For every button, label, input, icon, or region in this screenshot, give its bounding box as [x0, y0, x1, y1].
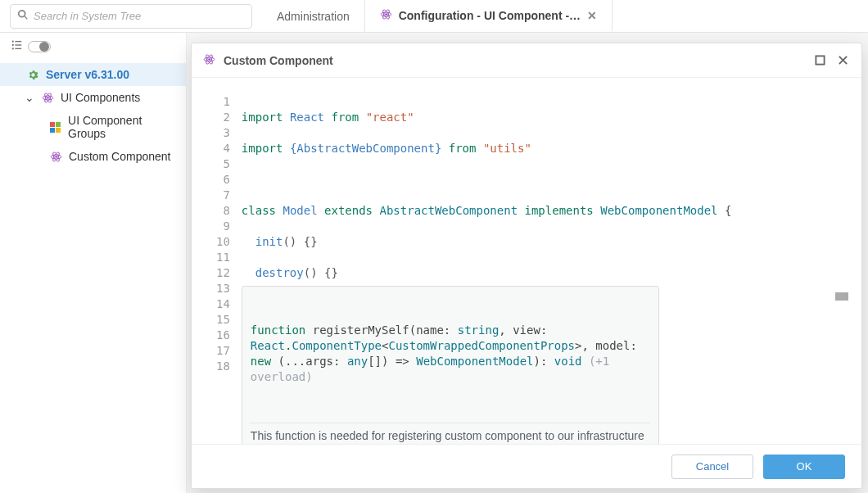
- react-icon: [203, 53, 215, 68]
- tab-administration[interactable]: Administration: [262, 0, 365, 32]
- svg-rect-9: [15, 48, 21, 49]
- code-area[interactable]: import React from "react" import {Abstra…: [242, 94, 837, 444]
- tree-label: Custom Component: [69, 150, 171, 163]
- signature-text: function registerMySelf(name: string, vi…: [251, 323, 650, 385]
- svg-point-8: [12, 47, 14, 49]
- tree-node-custom-component[interactable]: Custom Component: [0, 145, 186, 168]
- signature-description: This function is needed for registering …: [251, 423, 650, 444]
- react-icon: [41, 91, 54, 104]
- search-input[interactable]: [34, 10, 245, 22]
- ok-button[interactable]: OK: [763, 455, 845, 479]
- dialog-footer: Cancel OK: [192, 444, 861, 488]
- groups-icon: [49, 120, 61, 133]
- tab-configuration[interactable]: Configuration - UI Component -… ✕: [365, 0, 613, 32]
- list-icon: [11, 39, 23, 53]
- dialog-header: Custom Component: [192, 43, 861, 78]
- search-icon: [17, 9, 29, 23]
- close-icon[interactable]: ✕: [587, 9, 597, 22]
- react-icon: [49, 150, 62, 163]
- sidebar-toolbar: [0, 33, 186, 60]
- tree-label: UI Components: [61, 91, 140, 104]
- maximize-icon[interactable]: [812, 53, 827, 68]
- svg-point-14: [55, 156, 57, 158]
- code-editor[interactable]: 123456789101112131415161718 import React…: [192, 78, 861, 444]
- svg-rect-5: [15, 41, 21, 42]
- svg-point-0: [385, 13, 387, 16]
- tree-label: Server v6.31.00: [46, 68, 129, 81]
- search-field[interactable]: [10, 4, 252, 29]
- cancel-button[interactable]: Cancel: [671, 455, 753, 479]
- svg-rect-7: [15, 44, 21, 45]
- tree-label: UI Component Groups: [68, 114, 176, 140]
- dialog-title: Custom Component: [224, 54, 804, 67]
- react-icon: [380, 8, 392, 23]
- search-box-wrap: [0, 0, 262, 32]
- svg-point-4: [12, 40, 14, 42]
- svg-rect-22: [816, 56, 824, 64]
- tab-label: Administration: [277, 10, 350, 23]
- gear-icon: [26, 68, 39, 81]
- svg-point-18: [208, 58, 210, 61]
- sidebar: Server v6.31.00 ⌄ UI Components UI Compo…: [0, 33, 187, 493]
- close-icon[interactable]: [835, 53, 850, 68]
- chevron-down-icon: ⌄: [25, 91, 34, 104]
- tree-node-component-groups[interactable]: UI Component Groups: [0, 109, 186, 145]
- tree-node-ui-components[interactable]: ⌄ UI Components: [0, 86, 186, 109]
- signature-tooltip: function registerMySelf(name: string, vi…: [242, 286, 659, 444]
- svg-point-10: [47, 97, 49, 99]
- custom-component-dialog: Custom Component 12345678910111213141516…: [191, 43, 862, 489]
- system-tree: Server v6.31.00 ⌄ UI Components UI Compo…: [0, 60, 186, 168]
- line-gutter: 123456789101112131415161718: [216, 94, 242, 444]
- tab-label: Configuration - UI Component -…: [399, 9, 581, 22]
- top-bar: Administration Configuration - UI Compon…: [0, 0, 868, 33]
- tree-node-server[interactable]: Server v6.31.00: [0, 63, 186, 86]
- scrollbar-marker[interactable]: [835, 292, 848, 301]
- view-toggle[interactable]: [28, 41, 51, 52]
- svg-point-6: [12, 44, 14, 46]
- tab-bar: Administration Configuration - UI Compon…: [262, 0, 868, 32]
